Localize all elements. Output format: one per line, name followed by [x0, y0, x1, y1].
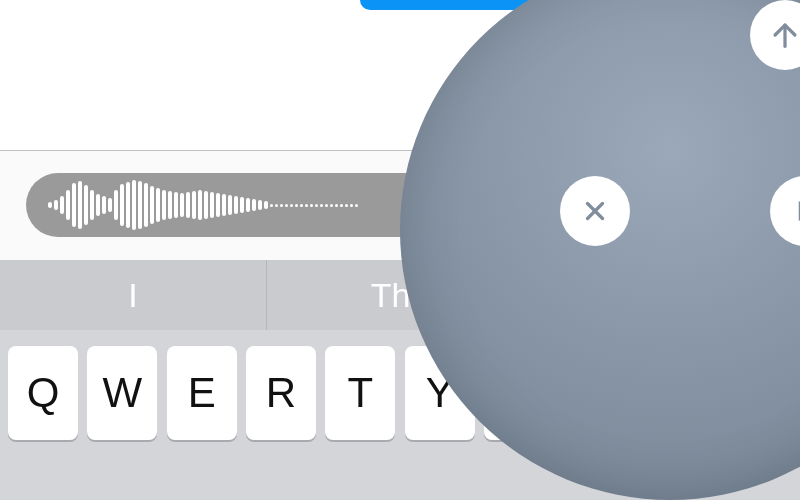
waveform-bar [240, 197, 244, 213]
waveform-bar [138, 181, 142, 229]
waveform-bar [48, 202, 52, 208]
waveform-bar [60, 196, 64, 214]
waveform-bar [216, 193, 220, 217]
play-audio-button[interactable] [770, 176, 800, 246]
waveform-dot [280, 204, 283, 207]
waveform-dot [330, 204, 333, 207]
waveform-bar [192, 191, 196, 219]
waveform-bar [198, 190, 202, 220]
cancel-audio-button[interactable] [560, 176, 630, 246]
waveform-bar [210, 192, 214, 218]
waveform-dot [310, 204, 313, 207]
waveform-dot [315, 204, 318, 207]
waveform-bar [96, 194, 100, 216]
send-audio-button[interactable] [750, 0, 800, 70]
waveform-bar [228, 195, 232, 215]
waveform-bar [234, 196, 238, 214]
waveform-dot [305, 204, 308, 207]
waveform-bar [54, 200, 58, 210]
waveform-dot [320, 204, 323, 207]
arrow-up-icon [768, 18, 800, 52]
waveform-bar [108, 198, 112, 212]
waveform-bar [144, 183, 148, 227]
waveform-bar [84, 185, 88, 225]
waveform-bar [258, 200, 262, 210]
key-w[interactable]: W [87, 346, 157, 440]
waveform-bar [102, 196, 106, 214]
waveform-bar [246, 198, 250, 212]
waveform-dot [335, 204, 338, 207]
waveform-dot [325, 204, 328, 207]
waveform-dot [355, 204, 358, 207]
key-t[interactable]: T [325, 346, 395, 440]
key-q[interactable]: Q [8, 346, 78, 440]
predictive-suggestion[interactable]: I [0, 260, 267, 330]
waveform-dot [290, 204, 293, 207]
waveform-bar [222, 194, 226, 216]
waveform-bar [180, 193, 184, 217]
waveform-dot [285, 204, 288, 207]
waveform-bar [252, 199, 256, 211]
waveform-bar [264, 201, 268, 209]
waveform-bar [114, 190, 118, 220]
waveform-bar [174, 192, 178, 218]
play-icon [790, 196, 800, 226]
waveform-dot [300, 204, 303, 207]
waveform-bar [72, 183, 76, 227]
x-icon [580, 196, 610, 226]
waveform-bar [132, 180, 136, 230]
waveform-dot [350, 204, 353, 207]
waveform-dot [345, 204, 348, 207]
waveform-bar [204, 191, 208, 219]
waveform-bar [120, 184, 124, 226]
waveform-bar [162, 190, 166, 220]
audio-waveform [48, 173, 360, 237]
waveform-bar [78, 181, 82, 229]
waveform-dot [270, 204, 273, 207]
waveform-dot [295, 204, 298, 207]
waveform-bar [186, 192, 190, 218]
waveform-bar [90, 190, 94, 220]
key-e[interactable]: E [167, 346, 237, 440]
waveform-bar [168, 191, 172, 219]
key-r[interactable]: R [246, 346, 316, 440]
waveform-bar [156, 188, 160, 222]
waveform-bar [126, 182, 130, 228]
waveform-bar [66, 190, 70, 220]
waveform-dot [275, 204, 278, 207]
messaging-screen: This a test mes 0:00 IThe QWERTYUIOP [0, 0, 800, 500]
waveform-dot [340, 204, 343, 207]
waveform-bar [150, 186, 154, 224]
